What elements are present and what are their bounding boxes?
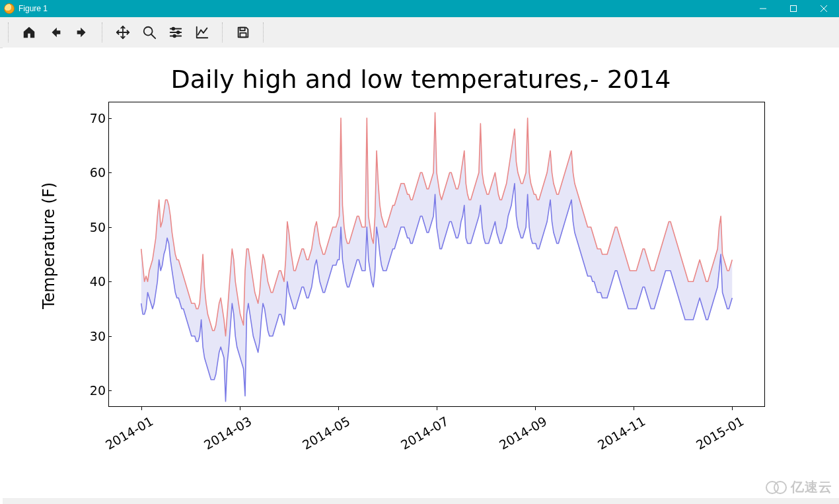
svg-rect-13 xyxy=(240,33,246,37)
save-button[interactable] xyxy=(230,19,256,46)
svg-point-9 xyxy=(172,28,175,30)
close-button[interactable] xyxy=(809,0,839,17)
minimize-button[interactable] xyxy=(748,0,778,17)
close-icon xyxy=(821,5,827,12)
forward-button[interactable] xyxy=(69,19,95,46)
toolbar-separator xyxy=(102,22,103,42)
svg-line-5 xyxy=(151,34,155,38)
back-button[interactable] xyxy=(42,19,69,46)
x-tick-mark xyxy=(338,407,339,410)
arrow-right-icon xyxy=(75,25,89,40)
svg-point-10 xyxy=(177,31,180,34)
toolbar-separator xyxy=(222,22,223,42)
x-tick-label: 2014-01 xyxy=(102,414,155,452)
pan-button[interactable] xyxy=(110,19,136,46)
y-tick-label: 20 xyxy=(90,383,106,398)
x-tick-label: 2014-09 xyxy=(497,414,550,452)
home-icon xyxy=(22,25,36,40)
x-tick-mark xyxy=(634,407,634,410)
move-icon xyxy=(116,25,130,40)
toolbar-separator xyxy=(263,22,264,42)
titlebar: Figure 1 xyxy=(0,0,839,17)
maximize-icon xyxy=(790,5,797,12)
svg-point-11 xyxy=(173,35,176,38)
zoom-button[interactable] xyxy=(136,19,163,46)
edit-axes-button[interactable] xyxy=(189,19,215,46)
maximize-button[interactable] xyxy=(778,0,809,17)
y-tick-label: 60 xyxy=(90,165,106,180)
chart-title: Daily high and low temperatures,- 2014 xyxy=(3,65,839,94)
x-tick-mark xyxy=(437,407,437,410)
arrow-left-icon xyxy=(48,25,63,40)
minimize-icon xyxy=(760,5,766,12)
zoom-icon xyxy=(142,25,157,40)
x-tick-label: 2014-07 xyxy=(398,414,451,452)
window-title: Figure 1 xyxy=(18,4,48,13)
status-bar xyxy=(3,498,839,504)
y-axis-label: Temperature (F) xyxy=(40,182,58,309)
toolbar xyxy=(0,17,839,48)
x-tick-mark xyxy=(732,407,733,410)
figure-canvas[interactable]: Daily high and low temperatures,- 2014 T… xyxy=(3,48,839,498)
chart-line-icon xyxy=(195,25,209,40)
svg-rect-12 xyxy=(240,28,244,31)
y-tick-label: 70 xyxy=(90,111,106,126)
plot-area xyxy=(108,102,765,407)
x-tick-label: 2015-01 xyxy=(694,414,747,452)
y-tick-label: 50 xyxy=(90,220,106,234)
sliders-icon xyxy=(168,25,183,40)
y-tick-label: 30 xyxy=(90,329,106,343)
home-button[interactable] xyxy=(16,19,42,46)
x-tick-label: 2014-03 xyxy=(201,414,254,452)
save-icon xyxy=(236,25,250,40)
app-icon xyxy=(4,3,15,14)
x-tick-label: 2014-05 xyxy=(300,414,353,452)
y-tick-label: 40 xyxy=(90,274,106,289)
x-tick-mark xyxy=(240,407,240,410)
configure-subplots-button[interactable] xyxy=(163,19,189,46)
x-tick-mark xyxy=(141,407,142,410)
x-tick-mark xyxy=(535,407,536,410)
x-tick-label: 2014-11 xyxy=(595,414,648,452)
toolbar-separator xyxy=(8,22,9,42)
svg-rect-1 xyxy=(791,6,797,12)
